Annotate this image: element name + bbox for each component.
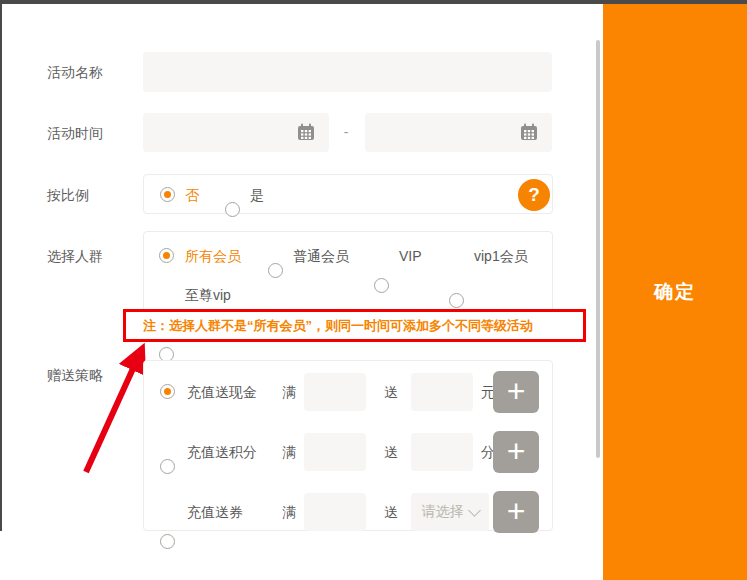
mid-text: 送 (384, 504, 398, 520)
side-panel: 确定 (603, 4, 747, 580)
end-date-input[interactable] (365, 113, 552, 152)
radio-vip[interactable] (374, 278, 389, 293)
confirm-button[interactable]: 确定 (654, 279, 696, 305)
start-date-input[interactable] (143, 113, 329, 152)
points-gift-input[interactable] (411, 433, 473, 471)
coupon-select-dropdown[interactable]: 请选择 (411, 493, 489, 531)
radio-no-label[interactable]: 否 (185, 187, 199, 203)
radio-recharge-points[interactable] (160, 459, 175, 474)
note-annotation-box: 注：选择人群不是“所有会员”，则同一时间可添加多个不同等级活动 (123, 309, 586, 342)
coupon-threshold-input[interactable] (304, 493, 366, 531)
radio-supreme-vip-label[interactable]: 至尊vip (185, 287, 231, 303)
radio-recharge-cash[interactable] (160, 384, 175, 399)
strategy-group: 充值送现金 满 送 元 + 充值送积分 满 送 分 + 充值送券 满 送 请选择… (143, 360, 553, 531)
strategy-label: 赠送策略 (47, 367, 103, 383)
date-range-separator: - (334, 124, 358, 140)
mid-text: 送 (384, 384, 398, 400)
radio-vip-label[interactable]: VIP (399, 248, 422, 264)
radio-recharge-coupon[interactable] (160, 534, 175, 549)
radio-all-members-label[interactable]: 所有会员 (185, 248, 241, 264)
radio-vip1-label[interactable]: vip1会员 (474, 248, 528, 264)
activity-name-input[interactable] (143, 52, 552, 92)
radio-yes[interactable] (225, 202, 240, 217)
add-cash-rule-button[interactable]: + (493, 371, 539, 413)
radio-normal-members-label[interactable]: 普通会员 (293, 248, 349, 264)
ratio-group: 否 是 ? (143, 174, 553, 214)
cond-text: 满 (282, 384, 296, 400)
add-coupon-rule-button[interactable]: + (493, 491, 539, 533)
note-text: 注：选择人群不是“所有会员”，则同一时间可添加多个不同等级活动 (126, 317, 533, 335)
cash-threshold-input[interactable] (304, 373, 366, 411)
points-threshold-input[interactable] (304, 433, 366, 471)
radio-normal-members[interactable] (268, 263, 283, 278)
window-left-edge (0, 4, 2, 531)
chevron-down-icon (468, 504, 481, 517)
activity-time-label: 活动时间 (47, 125, 103, 141)
ratio-label: 按比例 (47, 187, 89, 203)
radio-recharge-cash-label[interactable]: 充值送现金 (187, 384, 257, 400)
cond-text: 满 (282, 504, 296, 520)
activity-name-label: 活动名称 (47, 64, 103, 80)
cash-gift-input[interactable] (411, 373, 473, 411)
vertical-scrollbar[interactable] (596, 40, 600, 458)
radio-vip1[interactable] (449, 293, 464, 308)
audience-group: 所有会员 普通会员 VIP vip1会员 至尊vip (143, 231, 553, 312)
radio-recharge-coupon-label[interactable]: 充值送券 (187, 504, 243, 520)
radio-no[interactable] (160, 187, 175, 202)
help-icon[interactable]: ? (518, 179, 550, 211)
coupon-select-placeholder: 请选择 (422, 503, 464, 521)
audience-label: 选择人群 (47, 248, 103, 264)
mid-text: 送 (384, 444, 398, 460)
radio-yes-label[interactable]: 是 (250, 187, 264, 203)
add-points-rule-button[interactable]: + (493, 431, 539, 473)
radio-all-members[interactable] (159, 248, 174, 263)
cond-text: 满 (282, 444, 296, 460)
radio-recharge-points-label[interactable]: 充值送积分 (187, 444, 257, 460)
